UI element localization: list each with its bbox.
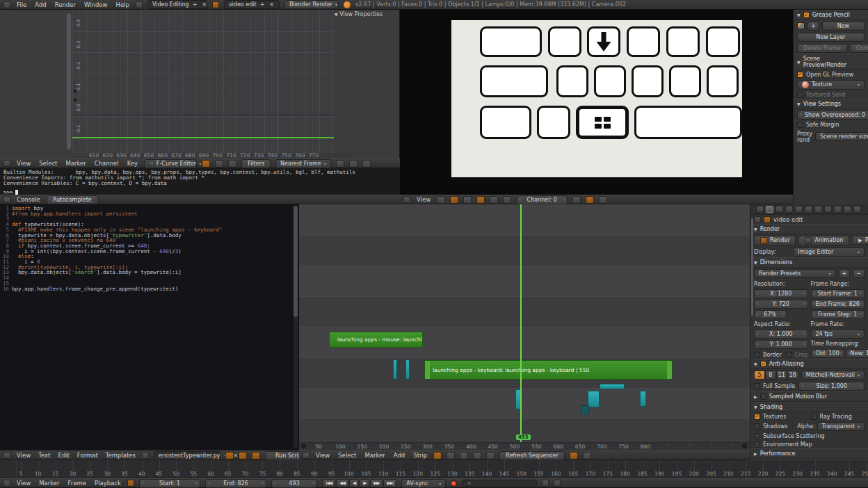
aa-samples-11-button[interactable]: 11 <box>776 371 787 380</box>
insert-keyframe-icon[interactable] <box>542 480 549 487</box>
menu-render[interactable]: Render <box>54 1 77 8</box>
luma-waveform-icon[interactable] <box>463 196 472 204</box>
menu-help[interactable]: Help <box>114 1 130 8</box>
text-datablock-icon[interactable] <box>142 452 149 459</box>
display-dropdown[interactable]: Image Editor <box>793 247 865 257</box>
collapse-triangle-icon[interactable]: ▼ <box>335 12 338 17</box>
proxy-icon[interactable] <box>599 196 607 204</box>
menu-edit[interactable]: Edit <box>56 452 70 459</box>
menu-add[interactable]: Add <box>33 1 47 8</box>
render-presets-dropdown[interactable]: Render Presets <box>754 269 836 278</box>
menu-frame[interactable]: Frame <box>67 480 88 487</box>
keying-set-field[interactable] <box>462 480 537 487</box>
current-frame-field[interactable]: 493 <box>271 479 317 488</box>
editor-type-text-icon[interactable] <box>3 452 10 459</box>
console-menu[interactable]: Console <box>15 196 42 203</box>
start-frame-field[interactable]: Start Frame: 1 <box>811 289 865 298</box>
paste-keyframes-icon[interactable] <box>362 160 371 168</box>
strip-launching-apps-keyboard[interactable]: launching apps - keyboard: launching app… <box>424 360 673 380</box>
strip-small-teal[interactable] <box>640 391 646 407</box>
shading-panel-header[interactable]: ▼Shading <box>750 402 868 412</box>
pin-icon[interactable] <box>754 216 761 223</box>
menu-view[interactable]: View <box>15 480 32 487</box>
timeline-start-field[interactable]: Start: 1 <box>139 479 200 488</box>
grease-pencil-checkbox[interactable] <box>803 12 810 18</box>
gp-new-layer-button[interactable]: New Layer <box>797 33 865 42</box>
code-area[interactable]: 1import bpy2#from bpy.app.handlers impor… <box>0 206 287 291</box>
preset-remove-button[interactable]: − <box>853 269 865 278</box>
motion-blur-checkbox[interactable] <box>760 393 766 400</box>
vse-scrollbar-handle[interactable] <box>742 444 747 448</box>
copy-strip-icon[interactable] <box>583 452 591 459</box>
resolution-x-field[interactable]: X: 1280 <box>754 289 808 298</box>
menu-key[interactable]: Key <box>126 160 139 167</box>
record-button[interactable] <box>451 480 457 487</box>
menu-view[interactable]: View <box>314 452 331 459</box>
clock-icon[interactable] <box>127 480 134 487</box>
aa-filter-dropdown[interactable]: Mitchell-Netravali <box>801 371 865 380</box>
environment-map-checkbox[interactable]: Environment Map <box>754 441 812 448</box>
add-layout-button[interactable]: + <box>191 1 199 8</box>
subsurface-scattering-checkbox[interactable]: Subsurface Scattering <box>754 433 825 439</box>
tab-render-icon[interactable] <box>766 206 773 213</box>
play-reverse-button[interactable]: ◀ <box>349 479 359 487</box>
zoom-icon[interactable] <box>473 452 481 459</box>
menu-marker[interactable]: Marker <box>64 160 87 167</box>
properties-scrollbar[interactable] <box>751 218 753 316</box>
grease-pencil-panel-header[interactable]: ▼ Grease Pencil <box>794 10 868 20</box>
menu-marker[interactable]: Marker <box>38 480 61 487</box>
view-both-icon[interactable] <box>460 452 468 459</box>
timeline-end-field[interactable]: End: 826 <box>205 479 266 488</box>
tab-physics-icon[interactable] <box>853 206 861 213</box>
collapse-triangle-icon[interactable]: ▼ <box>797 13 801 17</box>
keyframe-dot[interactable] <box>74 99 77 101</box>
strip-thin-teal[interactable] <box>600 384 625 389</box>
aa-samples-8-button[interactable]: 8 <box>765 371 776 380</box>
full-sample-checkbox[interactable]: Full Sample <box>754 383 796 389</box>
playhead-frame-badge[interactable]: 493 <box>516 434 531 440</box>
render-engine-dropdown[interactable]: Blender Render <box>284 0 339 9</box>
shadows-checkbox[interactable]: Shadows <box>754 423 794 430</box>
view-preview-icon[interactable] <box>447 452 455 459</box>
render-animation-button[interactable]: Animation <box>798 236 849 245</box>
view-sequence-icon[interactable] <box>433 452 442 459</box>
screen-layout-icon[interactable] <box>136 1 143 8</box>
editor-type-info-icon[interactable] <box>3 1 10 8</box>
antialiasing-checkbox[interactable] <box>760 361 766 367</box>
gp-delete-frame-button[interactable]: Delete Frame <box>797 44 847 53</box>
prev-keyframe-button[interactable]: ◀◀ <box>336 479 348 487</box>
render-panel-header[interactable]: ▼Render <box>750 224 868 234</box>
resolution-y-field[interactable]: Y: 720 <box>754 300 808 309</box>
textures-checkbox[interactable]: Textures <box>754 414 808 420</box>
gp-new-button[interactable]: New <box>822 22 865 31</box>
show-errors-icon[interactable] <box>228 160 236 168</box>
next-keyframe-button[interactable]: ▶▶ <box>370 479 383 487</box>
fcurve-curve[interactable] <box>72 137 334 138</box>
menu-select[interactable]: Select <box>337 452 357 459</box>
vse-frame-ruler[interactable]: 5010015020025030035040045050055060065070… <box>299 442 750 450</box>
strip-small-teal[interactable] <box>393 359 397 380</box>
histogram-icon[interactable] <box>490 196 498 204</box>
scene-icon[interactable] <box>212 1 219 8</box>
safe-margin-checkbox[interactable]: Safe Margin <box>797 122 839 128</box>
fcurve-mode-dropdown[interactable]: ~F-Curve Editor <box>144 159 197 168</box>
menu-channel[interactable]: Channel <box>93 160 120 167</box>
preset-add-button[interactable]: + <box>839 269 851 278</box>
only-selected-icon[interactable] <box>202 160 210 168</box>
av-sync-dropdown[interactable]: AV-sync <box>401 479 446 488</box>
alpha-dropdown[interactable]: Transparent <box>817 422 865 431</box>
ray-tracing-checkbox[interactable]: Ray Tracing <box>811 414 865 420</box>
delete-keyframe-icon[interactable] <box>554 480 561 487</box>
menu-marker[interactable]: Marker <box>363 452 386 459</box>
show-overexposed-slider[interactable]: Show Overexposed: 0 <box>797 111 868 120</box>
strip-left-handle[interactable] <box>425 361 430 379</box>
close-scene-button[interactable]: ✕ <box>268 1 275 8</box>
border-checkbox[interactable]: Border <box>754 352 782 358</box>
gp-plus-button[interactable]: + <box>807 22 819 31</box>
syntax-highlight-toggle-icon[interactable] <box>252 452 260 459</box>
render-size-icon[interactable] <box>503 196 511 204</box>
render-button[interactable]: Render <box>754 236 796 245</box>
render-play-button[interactable]: ▶Play <box>852 236 868 245</box>
refresh-sequencer-button[interactable]: Refresh Sequencer <box>499 451 565 460</box>
tab-world-icon[interactable] <box>795 206 803 213</box>
